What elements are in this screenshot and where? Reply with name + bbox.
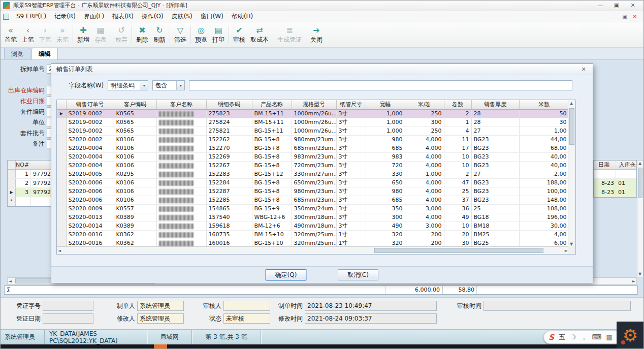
audit-button[interactable]: ✔审核 — [231, 23, 248, 46]
sales-order-row[interactable]: S2020-0006K0106152284BG-15+8650mm/23um..… — [57, 178, 569, 187]
voucher-no-input[interactable] — [43, 301, 93, 311]
sales-order-row[interactable]: S2020-0005K0295152283BG-15+12330mm/27um.… — [57, 170, 569, 178]
scroll-up-icon[interactable]: ▲ — [638, 161, 641, 166]
ok-button[interactable]: 确定(Q) — [266, 269, 306, 280]
ime-wubi-mode-icon[interactable]: 五 — [559, 331, 565, 343]
mdi-close-button[interactable]: ✕ — [631, 14, 639, 19]
column-header-9[interactable]: 卷数 — [444, 100, 471, 109]
column-header-8[interactable]: 米/卷 — [405, 100, 444, 109]
menu-item-3[interactable]: 报表(R) — [108, 12, 138, 21]
mdi-minimize-button[interactable]: — — [610, 14, 619, 19]
creator-input[interactable]: 系统管理员 — [137, 301, 184, 311]
get-cost-button[interactable]: ⇄取成本 — [248, 23, 271, 46]
scroll-down-icon[interactable]: ▼ — [638, 272, 641, 276]
prev-record-button[interactable]: ‹上笔 — [19, 23, 37, 46]
window-restore-button[interactable]: ▣ — [608, 1, 625, 10]
table-hscrollbar[interactable]: ◄ ► — [57, 246, 569, 254]
menu-item-6[interactable]: 窗口(W) — [197, 12, 228, 21]
modify-time-input[interactable]: 2021-08-24 09:03:37 — [305, 313, 437, 324]
detail-row[interactable]: 8-2301 — [594, 188, 636, 197]
tab-browse[interactable]: 浏览 — [4, 48, 30, 59]
dialog-close-icon[interactable]: ✕ — [579, 66, 588, 73]
sales-order-row[interactable]: S2020-0004K0106152270BG-15+8685mm/23um..… — [57, 144, 569, 152]
field-name-select[interactable]: 明细条码 ▾ — [108, 80, 148, 90]
print-button[interactable]: ▤打印 — [210, 23, 227, 46]
cancel-button[interactable]: 取消(C) — [338, 269, 378, 280]
refresh-button[interactable]: ↻刷新 — [151, 23, 168, 46]
column-header-2[interactable]: 客户名称 — [156, 100, 206, 109]
column-header-6[interactable]: 纸管尺寸 — [336, 100, 366, 109]
column-header-4[interactable]: 产品名称 — [252, 100, 292, 109]
column-header-5[interactable]: 规格型号 — [292, 100, 336, 109]
menu-item-0[interactable]: S9 ERP(E) — [12, 12, 50, 21]
detail-grid-vscrollbar[interactable]: ▲ ▼ — [637, 160, 643, 277]
menu-item-4[interactable]: 操作(O) — [138, 12, 168, 21]
column-header-warehouse[interactable]: 入库仓库 — [616, 161, 636, 169]
scroll-up-icon[interactable]: ▲ — [570, 101, 573, 106]
column-header-date[interactable]: 日期 — [594, 161, 616, 169]
add-record-button[interactable]: ✚新增 — [75, 23, 92, 46]
column-header-3[interactable]: 明细条码 — [206, 100, 252, 109]
delete-button[interactable]: ✖删除 — [134, 23, 151, 46]
sales-order-row[interactable]: S2020-0006K0106152285BG-15+8685mm/23um..… — [57, 196, 569, 204]
ime-punctuation-icon[interactable]: ， — [581, 331, 587, 343]
sales-order-row[interactable]: ▶S2019-0002K0565275823BM-15+111000mm/26u… — [57, 109, 569, 118]
close-form-button[interactable]: ➔关闭 — [308, 23, 325, 46]
window-minimize-button[interactable]: — — [592, 1, 608, 10]
scroll-left-icon[interactable]: ◄ — [9, 279, 12, 283]
column-header-0[interactable]: 销售订单号 — [66, 100, 114, 109]
sales-order-row[interactable]: S2019-0002K0565275824BM-15+111000mm/26u.… — [57, 118, 569, 126]
column-header-10[interactable]: 销售厚度 — [471, 100, 519, 109]
detail-row[interactable] — [594, 170, 636, 179]
column-header-1[interactable]: 客户编码 — [114, 100, 156, 109]
filter-button[interactable]: ▽筛选 — [172, 23, 189, 46]
ime-night-mode-icon[interactable]: ☽ — [570, 331, 576, 343]
sogou-logo-icon[interactable]: S — [549, 331, 554, 343]
sales-order-row[interactable]: S2019-0002K0565275821BG-15+111000mm/26u.… — [57, 126, 569, 135]
voucher-date-input[interactable] — [43, 313, 93, 324]
sales-order-row[interactable]: S2020-0013K0389157540WBG-12+6300mm/18um.… — [57, 213, 569, 221]
menu-item-5[interactable]: 皮肤(S) — [168, 12, 197, 21]
scroll-right-icon[interactable]: ► — [632, 279, 635, 283]
menu-item-1[interactable]: 记录(R) — [50, 12, 80, 21]
sales-order-row[interactable]: S2020-0004K0106152267BG-15+8720mm/23um..… — [57, 161, 569, 170]
vscroll-thumb[interactable] — [569, 108, 574, 145]
cell: 1,000 — [405, 170, 444, 178]
create-time-input[interactable]: 2021-08-23 10:49:47 — [305, 301, 437, 311]
menu-item-2[interactable]: 界面(F) — [80, 12, 108, 21]
window-close-button[interactable]: ✕ — [625, 1, 641, 10]
auditor-input[interactable] — [223, 301, 270, 311]
filter-search-input[interactable] — [189, 80, 572, 90]
preview-button[interactable]: ◎预览 — [192, 23, 210, 46]
sales-order-row[interactable]: S2020-0002K0106152262BG-15+8980mm/23um..… — [57, 135, 569, 144]
tab-edit[interactable]: 编辑 — [31, 48, 58, 59]
column-header-no[interactable]: NO# — [16, 161, 31, 169]
tray-gear-widget[interactable]: ⚙ — [617, 322, 644, 349]
taskbar-active-item[interactable] — [154, 344, 167, 349]
sales-order-row[interactable]: S2020-0014K0389159618BM-12+6490mm/18um..… — [57, 221, 569, 230]
print-icon: ▤ — [214, 25, 222, 35]
sales-order-row[interactable]: S2020-0006K0106152287BG-15+8980mm/23um..… — [57, 187, 569, 196]
ime-toolbox-icon[interactable]: ▦ — [606, 331, 612, 343]
sales-order-row[interactable]: S2020-0016K0362160735BM-15+10320mm/25um.… — [57, 230, 569, 239]
table-vscrollbar[interactable]: ▲ ▼ — [568, 100, 575, 247]
chevron-down-icon[interactable]: ▾ — [140, 81, 148, 90]
column-header-7[interactable]: 宽幅 — [366, 100, 405, 109]
chevron-down-icon[interactable]: ▾ — [176, 81, 184, 90]
column-header-11[interactable]: 米数 — [519, 100, 569, 109]
first-record-button[interactable]: «首笔 — [2, 23, 19, 46]
hscroll-thumb[interactable] — [374, 248, 543, 253]
modifier-input[interactable]: 系统管理员 — [137, 313, 184, 324]
audit-time-input[interactable] — [484, 301, 631, 311]
scroll-left-icon[interactable]: ◄ — [58, 248, 61, 253]
ime-keyboard-icon[interactable]: ⌨ — [592, 331, 601, 343]
vscroll-thumb[interactable] — [638, 168, 642, 198]
mdi-restore-button[interactable]: ▣ — [621, 14, 629, 19]
scroll-down-icon[interactable]: ▼ — [570, 242, 573, 246]
menu-item-7[interactable]: 帮助(H) — [228, 12, 257, 21]
operator-select[interactable]: 包含 ▾ — [152, 80, 185, 90]
sales-order-row[interactable]: S2020-0004K0106152269BG-15+8983mm/23um..… — [57, 152, 569, 161]
status-input[interactable]: 未审核 — [223, 313, 270, 324]
detail-row[interactable]: 8-2301 — [594, 179, 636, 188]
sales-order-row[interactable]: S2020-0009K0557154865BG-15+9350mm/24um..… — [57, 204, 569, 213]
